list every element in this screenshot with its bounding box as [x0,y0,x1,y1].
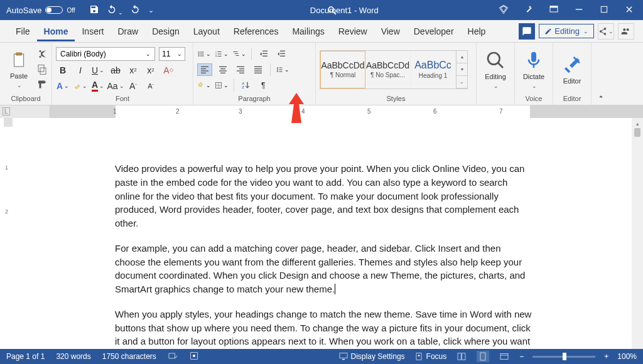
superscript-button[interactable]: x2 [144,64,158,77]
change-case-button[interactable]: Aa⌄ [109,80,122,92]
macro-icon[interactable] [189,351,199,363]
close-icon[interactable] [624,4,634,16]
align-right-button[interactable] [234,63,247,76]
sort-button[interactable]: AZ [239,79,253,92]
tab-developer[interactable]: Developer [407,21,461,41]
font-size-input[interactable]: 11⌄ [159,47,185,61]
web-layout-icon[interactable] [498,351,511,362]
comments-button[interactable] [519,23,535,40]
status-page[interactable]: Page 1 of 1 [6,352,45,361]
styles-up-icon[interactable]: ▴ [457,51,467,63]
grow-font-button[interactable]: Aˆ [126,80,140,92]
styles-down-icon[interactable]: ▾ [457,63,467,76]
tab-review[interactable]: Review [332,21,374,41]
zoom-level[interactable]: 100% [617,352,637,361]
numbering-button[interactable]: 123⌄ [215,48,229,60]
zoom-in-icon[interactable]: + [604,352,608,361]
increase-indent-button[interactable] [274,48,288,60]
strike-button[interactable]: ab [109,64,122,77]
status-chars[interactable]: 1750 characters [102,352,156,361]
svg-rect-22 [236,55,239,56]
align-center-button[interactable] [216,63,230,76]
editor-button[interactable]: Editor [557,47,587,92]
display-settings-button[interactable]: Display Settings [338,351,405,361]
subscript-button[interactable]: x2 [126,64,140,77]
tab-help[interactable]: Help [461,21,493,41]
diamond-icon[interactable] [499,4,509,16]
editing-mode-button[interactable]: Editing ⌄ [539,24,594,38]
vertical-ruler[interactable]: 12 [0,118,18,349]
tab-view[interactable]: View [374,21,407,41]
style-preview: AaBbCcDd [321,60,364,70]
tab-draw[interactable]: Draw [111,21,145,41]
font-color-button[interactable]: A⌄ [91,80,105,92]
tab-insert[interactable]: Insert [75,21,111,41]
collapse-ribbon-icon[interactable] [592,43,610,105]
minimize-icon[interactable] [574,4,584,16]
justify-button[interactable] [251,63,265,76]
shading-button[interactable]: ⌄ [197,79,211,92]
undo-icon[interactable]: ⌄ [107,4,123,16]
tab-references[interactable]: References [227,21,286,41]
body-paragraph[interactable]: When you apply styles, your headings cha… [115,308,532,349]
paste-button[interactable]: Paste ⌄ [6,51,31,88]
bullets-button[interactable]: ⌄ [197,48,211,60]
cut-icon[interactable] [36,48,48,62]
tab-home[interactable]: Home [37,21,75,41]
focus-button[interactable]: Focus [414,351,447,361]
align-left-button[interactable] [197,63,212,76]
share-button[interactable]: ⌄ [598,23,614,40]
save-icon[interactable] [89,4,99,16]
italic-button[interactable]: I [73,64,87,77]
styles-gallery[interactable]: AaBbCcDd ¶ Normal AaBbCcDd ¶ No Spac... … [320,50,468,89]
qat-customize-icon[interactable]: ⌄ [148,6,154,14]
search-icon[interactable] [327,5,338,18]
svg-rect-32 [201,72,206,73]
group-font: Calibri (Body)⌄ 11⌄ B I U⌄ ab x2 x2 A◇ A… [52,43,193,105]
toggle-switch-icon[interactable] [45,6,63,14]
ribbon-display-icon[interactable] [549,4,559,16]
shrink-font-button[interactable]: Aˇ [144,80,158,92]
font-name-input[interactable]: Calibri (Body)⌄ [56,47,155,61]
print-layout-icon[interactable] [477,351,489,362]
line-spacing-button[interactable]: ⌄ [276,63,289,76]
read-mode-icon[interactable] [455,351,468,362]
style-heading1[interactable]: AaBbC⁠c Heading 1 [411,51,456,88]
zoom-out-icon[interactable]: − [519,352,524,361]
wand-icon[interactable] [524,4,534,16]
paragraph-text: For example, you can add a matching cove… [115,243,525,294]
tab-file[interactable]: File [9,21,37,41]
redo-icon[interactable] [131,4,141,16]
maximize-icon[interactable] [599,4,609,16]
body-paragraph[interactable]: Video provides a powerful way to help yo… [115,162,532,230]
tab-mailings[interactable]: Mailings [285,21,331,41]
style-no-spacing[interactable]: AaBbCcDd ¶ No Spac... [365,51,411,88]
decrease-indent-button[interactable] [257,48,271,60]
horizontal-ruler[interactable]: 1 2 3 4 5 6 7 [0,105,643,118]
highlight-button[interactable]: ⌄ [73,80,87,92]
clear-format-button[interactable]: A◇ [161,64,175,77]
vertical-scrollbar[interactable]: ▴ [632,118,643,349]
editing-button[interactable]: Editing ⌄ [480,47,511,92]
people-button[interactable] [618,23,634,40]
borders-button[interactable]: ⌄ [215,79,229,92]
styles-more-icon[interactable]: ⌄ [457,76,467,88]
document-page[interactable]: Video provides a powerful way to help yo… [18,118,632,349]
copy-icon[interactable] [36,64,48,78]
show-hide-button[interactable]: ¶ [257,79,271,92]
autosave-toggle[interactable]: AutoSave Off [0,6,82,15]
status-words[interactable]: 320 words [56,352,90,361]
zoom-slider[interactable] [532,356,595,358]
tab-design[interactable]: Design [145,21,186,41]
spellcheck-icon[interactable] [168,351,178,363]
style-normal[interactable]: AaBbCcDd ¶ Normal [320,51,365,88]
underline-button[interactable]: U⌄ [91,64,105,77]
dictate-button[interactable]: Dictate ⌄ [519,47,549,92]
bold-button[interactable]: B [56,64,70,77]
text-effects-button[interactable]: A⌄ [56,80,70,92]
body-paragraph[interactable]: For example, you can add a matching cove… [115,242,532,296]
tab-layout[interactable]: Layout [186,21,227,41]
scroll-thumb[interactable] [634,128,640,137]
multilevel-button[interactable]: ⌄ [232,48,246,60]
format-painter-icon[interactable] [36,80,48,94]
